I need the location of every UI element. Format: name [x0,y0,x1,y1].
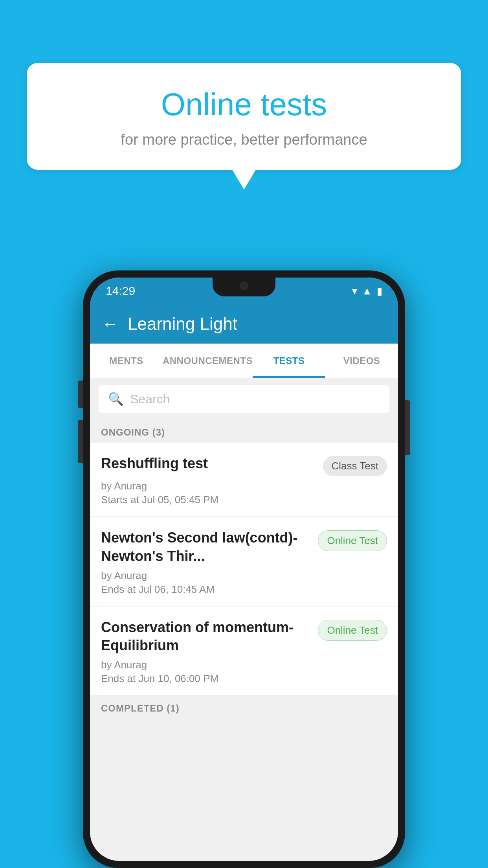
signal-icon: ▲ [362,285,372,297]
tab-ments[interactable]: MENTS [90,344,163,378]
back-button[interactable]: ← [102,314,118,333]
test-badge-1: Class Test [323,456,387,476]
phone-btn-left2 [78,420,83,463]
tab-announcements[interactable]: ANNOUNCEMENTS [163,344,253,378]
tab-videos[interactable]: VIDEOS [325,344,398,378]
search-container: 🔍 Search [90,378,398,420]
test-card-1[interactable]: Reshuffling test Class Test by Anurag St… [90,443,398,516]
test-card-3[interactable]: Conservation of momentum-Equilibrium Onl… [90,607,398,695]
section-header-completed: COMPLETED (1) [90,696,398,719]
status-time: 14:29 [106,284,135,298]
app-bar-title: Learning Light [128,314,237,334]
battery-icon: ▮ [377,285,382,297]
search-icon: 🔍 [108,392,124,406]
wifi-icon: ▾ [352,285,357,297]
phone-camera [240,281,248,290]
phone-btn-right [405,400,410,455]
test-by-3: by Anurag [101,659,387,671]
test-badge-3: Online Test [318,620,387,641]
search-bar[interactable]: 🔍 Search [99,385,389,413]
phone-screen: 14:29 ▾ ▲ ▮ ← Learning Light MENTS ANNOU… [90,278,398,861]
speech-bubble-title: Online tests [58,86,430,123]
test-title-3: Conservation of momentum-Equilibrium [101,618,318,655]
speech-bubble-arrow [232,170,256,189]
test-date-3: Ends at Jun 10, 06:00 PM [101,673,387,685]
test-title-2: Newton's Second law(contd)-Newton's Thir… [101,529,318,566]
speech-bubble-subtitle: for more practice, better performance [58,131,430,148]
phone-frame: 14:29 ▾ ▲ ▮ ← Learning Light MENTS ANNOU… [83,270,405,868]
phone-container: 14:29 ▾ ▲ ▮ ← Learning Light MENTS ANNOU… [83,270,405,868]
test-by-2: by Anurag [101,570,387,582]
content-area: ONGOING (3) Reshuffling test Class Test … [90,420,398,861]
test-badge-2: Online Test [318,530,387,551]
speech-bubble-container: Online tests for more practice, better p… [27,63,461,189]
app-bar: ← Learning Light [90,304,398,344]
test-by-1: by Anurag [101,480,387,492]
speech-bubble: Online tests for more practice, better p… [27,63,461,170]
status-icons: ▾ ▲ ▮ [352,285,382,297]
test-date-1: Starts at Jul 05, 05:45 PM [101,494,387,506]
phone-btn-left [78,381,83,408]
search-placeholder: Search [130,392,170,406]
tab-tests[interactable]: TESTS [253,344,325,378]
test-title-1: Reshuffling test [101,454,323,473]
tabs-container: MENTS ANNOUNCEMENTS TESTS VIDEOS [90,344,398,378]
section-header-ongoing: ONGOING (3) [90,420,398,443]
test-date-2: Ends at Jul 06, 10:45 AM [101,583,387,596]
test-card-2[interactable]: Newton's Second law(contd)-Newton's Thir… [90,517,398,606]
